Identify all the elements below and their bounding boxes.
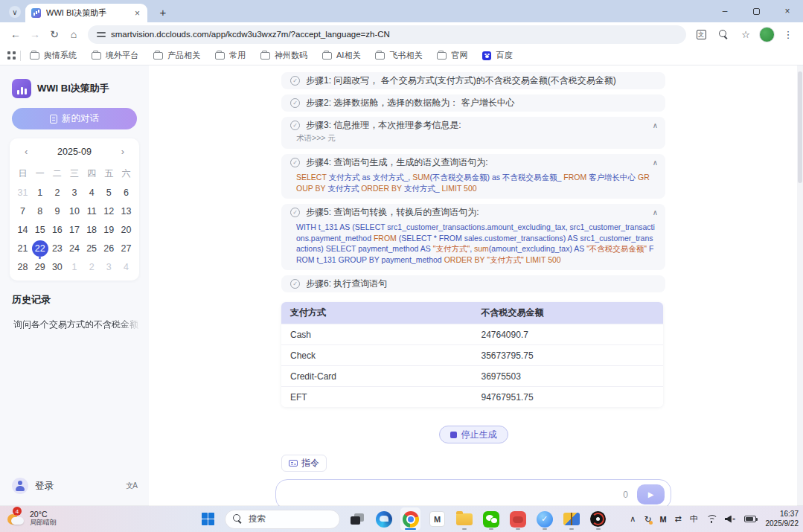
edge-button[interactable] [374, 507, 394, 531]
reload-button[interactable]: ↻ [45, 25, 64, 44]
calendar-day[interactable]: 2 [83, 257, 100, 276]
calendar-day[interactable]: 2 [48, 183, 65, 202]
collapse-icon[interactable]: ∧ [653, 158, 658, 167]
red-cat-app-button[interactable] [508, 507, 528, 531]
calendar-day[interactable]: 24 [65, 239, 83, 257]
calendar-day[interactable]: 15 [31, 220, 48, 239]
calendar-day[interactable]: 5 [100, 183, 118, 202]
chat-input-box[interactable]: 0 ▶ [275, 479, 671, 506]
window-maximize-button[interactable] [740, 0, 772, 22]
calendar-day[interactable]: 1 [65, 257, 83, 276]
calendar-day[interactable]: 10 [65, 202, 83, 220]
tab-search-button[interactable]: ∨ [9, 6, 21, 18]
bookmark-folder-shenzhou[interactable]: 神州数码 [260, 50, 307, 61]
stop-generation-button[interactable]: 停止生成 [439, 426, 508, 443]
calendar-day[interactable]: 9 [48, 202, 65, 220]
active-tab[interactable]: WWI BI决策助手 × [25, 4, 147, 22]
calendar-day[interactable]: 20 [118, 220, 135, 239]
wechat-button[interactable] [481, 507, 501, 531]
calendar-day[interactable]: 3 [65, 183, 83, 202]
calendar-day[interactable]: 26 [100, 239, 118, 257]
calendar-day[interactable]: 28 [14, 257, 31, 276]
volume-muted-icon[interactable]: × [725, 516, 736, 523]
calendar-day[interactable]: 21 [14, 239, 31, 257]
new-tab-button[interactable]: + [155, 4, 171, 20]
history-item[interactable]: 询问各个交易方式的不含税金额 [7, 313, 141, 336]
taskbar-clock[interactable]: 16:37 2025/9/22 [766, 510, 799, 528]
task-view-button[interactable] [347, 507, 367, 531]
calendar-day[interactable]: 7 [14, 202, 31, 220]
tab-close-icon[interactable]: × [133, 8, 141, 19]
file-explorer-button[interactable] [454, 507, 474, 531]
browser-menu-icon[interactable]: ⋮ [779, 25, 797, 43]
zoom-icon[interactable] [714, 25, 732, 43]
window-minimize-button[interactable]: – [709, 0, 740, 22]
back-button[interactable]: ← [6, 25, 25, 44]
profile-avatar[interactable] [759, 27, 775, 42]
calendar-day[interactable]: 1 [31, 183, 48, 202]
chrome-button[interactable] [400, 507, 420, 531]
bookmark-folder-changyong[interactable]: 常用 [215, 50, 246, 61]
login-button[interactable]: 登录 [35, 480, 54, 493]
calendar-prev-icon[interactable]: ‹ [23, 146, 29, 157]
calendar-day[interactable]: 6 [118, 183, 135, 202]
calendar-day[interactable]: 19 [100, 220, 118, 239]
calendar-next-icon[interactable]: › [120, 146, 126, 157]
calendar-day[interactable]: 4 [118, 257, 135, 276]
calendar-day[interactable]: 14 [14, 220, 31, 239]
new-chat-button[interactable]: 新的对话 [12, 108, 137, 129]
calendar-day[interactable]: 4 [83, 183, 100, 202]
calendar-day-selected[interactable]: 22 [31, 239, 48, 257]
bookmark-folder-chanpin[interactable]: 产品相关 [153, 50, 200, 61]
calendar-day[interactable]: 31 [14, 183, 31, 202]
language-switch-icon[interactable]: 文A [126, 481, 137, 491]
calendar-day[interactable]: 23 [48, 239, 65, 257]
weather-widget[interactable]: 4 20°C 局部晴朗 [6, 508, 57, 528]
wifi-icon[interactable] [706, 515, 717, 523]
ime-indicator[interactable]: 中 [690, 513, 698, 525]
window-close-button[interactable]: × [772, 0, 803, 22]
translate-icon[interactable]: 文 [692, 25, 710, 43]
calendar-day[interactable]: 29 [31, 257, 48, 276]
bookmark-folder-ai[interactable]: AI相关 [322, 50, 360, 61]
calendar-day[interactable]: 30 [48, 257, 65, 276]
collapse-icon[interactable]: ∧ [653, 208, 658, 217]
collapse-icon[interactable]: ∧ [653, 121, 658, 129]
chat-input[interactable] [287, 490, 617, 500]
recorder-app-button[interactable] [588, 507, 608, 531]
sync-status-icon[interactable]: ↻ [644, 514, 651, 525]
tray-chevron-up-icon[interactable]: ∧ [630, 514, 636, 524]
calendar-day[interactable]: 25 [83, 239, 100, 257]
tray-m-app-icon[interactable]: M [659, 515, 666, 524]
calendar-day[interactable]: 3 [100, 257, 118, 276]
calendar-day[interactable]: 12 [100, 202, 118, 220]
calendar-day[interactable]: 17 [65, 220, 83, 239]
calendar-day[interactable]: 13 [118, 202, 135, 220]
markdown-app-button[interactable]: M [427, 507, 447, 531]
url-text[interactable]: smartvision.dcclouds.com/app/kcdw3u3wxz7… [111, 30, 390, 39]
calendar-day[interactable]: 18 [83, 220, 100, 239]
calendar-day[interactable]: 8 [31, 202, 48, 220]
address-bar[interactable]: smartvision.dcclouds.com/app/kcdw3u3wxz7… [88, 25, 686, 44]
calendar-day[interactable]: 27 [118, 239, 135, 257]
bookmark-folder-guanwang[interactable]: 官网 [437, 50, 467, 61]
send-button[interactable]: ▶ [637, 484, 665, 504]
site-info-icon[interactable] [97, 31, 106, 38]
blue-app-button[interactable]: ✓ [534, 507, 554, 531]
calendar-day[interactable]: 11 [83, 202, 100, 220]
bookmark-baidu[interactable]: 百度 [482, 50, 512, 61]
bookmark-folder-jingwai[interactable]: 境外平台 [92, 50, 138, 61]
bookmark-folder-yuqing[interactable]: 舆情系统 [30, 50, 77, 61]
battery-icon[interactable] [744, 516, 756, 522]
forward-button[interactable]: → [25, 25, 45, 44]
calendar-day[interactable]: 16 [48, 220, 65, 239]
start-button[interactable] [198, 507, 218, 531]
home-button[interactable]: ⌂ [64, 25, 83, 44]
archive-app-button[interactable] [561, 507, 581, 531]
network-activity-icon[interactable]: ⇄ [675, 514, 682, 524]
bookmark-folder-feishu[interactable]: 飞书相关 [375, 50, 422, 61]
bookmark-star-icon[interactable]: ☆ [737, 25, 755, 43]
apps-grid-icon[interactable] [7, 51, 16, 60]
scrollbar-thumb[interactable] [798, 71, 802, 183]
command-button[interactable]: 指令 [281, 455, 327, 472]
